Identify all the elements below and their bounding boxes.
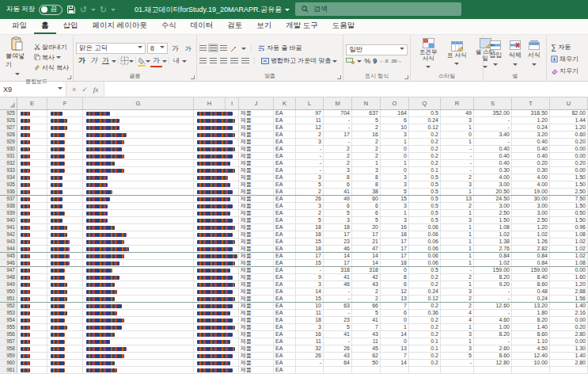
cell-M940[interactable]: 3 — [324, 217, 352, 223]
cell-K952[interactable]: EA — [274, 303, 296, 309]
cell-U933[interactable]: 0.00 — [550, 167, 588, 174]
cell-M956[interactable]: 41 — [324, 331, 352, 338]
cell-E956[interactable] — [17, 331, 47, 338]
column-header-I[interactable]: I — [226, 97, 239, 109]
cell-R946[interactable]: 1 — [441, 260, 474, 266]
cell-J940[interactable]: 제품 — [239, 217, 274, 223]
column-header-F[interactable]: F — [47, 97, 83, 109]
cell-Q935[interactable]: 0.5 — [409, 181, 441, 188]
cell-G954[interactable] — [83, 317, 194, 323]
cell-M927[interactable]: - — [324, 124, 352, 131]
cell-J929[interactable]: 제품 — [239, 139, 274, 145]
cell-E961[interactable] — [17, 367, 47, 373]
select-all-corner[interactable] — [0, 97, 17, 109]
cell-L932[interactable]: - — [296, 160, 324, 166]
cell-M935[interactable]: 6 — [324, 181, 352, 188]
cell-G930[interactable] — [83, 146, 194, 152]
cell-S961[interactable] — [474, 367, 512, 373]
cell-H931[interactable] — [194, 153, 226, 159]
cell-G933[interactable] — [83, 167, 194, 174]
cell-R925[interactable]: 49 — [441, 110, 474, 116]
cell-H925[interactable] — [194, 110, 226, 116]
cell-M952[interactable]: 63 — [324, 303, 352, 309]
cell-N938[interactable]: 6 — [352, 203, 381, 209]
cell-J931[interactable]: 제품 — [239, 153, 274, 159]
cell-F943[interactable] — [47, 239, 83, 245]
cell-F927[interactable] — [47, 124, 83, 131]
align-left-icon[interactable] — [199, 58, 207, 63]
cell-G939[interactable] — [83, 210, 194, 216]
cell-K930[interactable]: EA — [274, 146, 296, 152]
cell-N954[interactable]: 41 — [352, 317, 381, 323]
cell-H942[interactable] — [194, 231, 226, 238]
cell-R934[interactable]: 2 — [441, 174, 474, 181]
cell-G927[interactable] — [83, 124, 194, 131]
cell-L959[interactable]: 26 — [296, 353, 324, 359]
cell-T959[interactable]: 12.40 — [512, 353, 550, 359]
cell-R938[interactable]: 2 — [441, 203, 474, 209]
cell-U945[interactable]: 1.02 — [550, 253, 588, 259]
cell-F959[interactable] — [47, 353, 83, 359]
cell-T960[interactable]: 10.00 — [512, 360, 550, 366]
number-format-combo[interactable]: 일반 — [346, 44, 408, 55]
cell-L943[interactable]: 15 — [296, 239, 324, 245]
cell-T925[interactable]: 318.50 — [512, 110, 550, 116]
cell-L928[interactable]: 2 — [296, 132, 324, 138]
cell-S949[interactable]: 9.20 — [474, 281, 512, 288]
increase-decimal-button[interactable]: ←.0 — [379, 59, 388, 63]
cell-R928[interactable]: 0 — [441, 132, 474, 138]
cell-S952[interactable]: 12.60 — [474, 303, 512, 309]
insert-cells-button[interactable]: 삽입 — [486, 40, 505, 68]
cell-R953[interactable]: 4 — [441, 310, 474, 316]
cell-R932[interactable]: - — [441, 160, 474, 166]
cell-U925[interactable]: 82.00 — [550, 110, 588, 116]
cell-H939[interactable] — [194, 210, 226, 216]
clear-button[interactable]: 지우기 — [549, 66, 586, 76]
cell-K949[interactable]: EA — [274, 281, 296, 288]
cell-K926[interactable]: EA — [274, 117, 296, 124]
cell-H944[interactable] — [194, 246, 226, 252]
align-bottom-icon[interactable] — [220, 45, 227, 51]
row-header[interactable]: 955 — [0, 324, 17, 330]
cell-H953[interactable] — [194, 310, 226, 316]
cell-F950[interactable] — [47, 288, 83, 295]
cell-F937[interactable] — [47, 196, 83, 202]
cell-G943[interactable] — [83, 239, 194, 245]
cell-L929[interactable]: 3 — [296, 139, 324, 145]
cell-S945[interactable]: 0.84 — [474, 253, 512, 259]
cell-S944[interactable]: 2.76 — [474, 246, 512, 252]
cell-N932[interactable]: 1 — [352, 160, 381, 166]
cell-S938[interactable]: 3.00 — [474, 203, 512, 209]
row-header[interactable]: 930 — [0, 146, 17, 152]
cell-K960[interactable]: EA — [274, 360, 296, 366]
cell-T932[interactable]: 0.20 — [512, 160, 550, 166]
cell-H950[interactable] — [194, 288, 226, 295]
tab-page-layout[interactable]: 페이지 레이아웃 — [85, 19, 154, 34]
row-header[interactable]: 960 — [0, 360, 17, 366]
cell-K944[interactable]: EA — [274, 246, 296, 252]
cell-E936[interactable] — [17, 189, 47, 195]
cell-L949[interactable]: 3 — [296, 281, 324, 288]
cell-K932[interactable]: EA — [274, 160, 296, 166]
cell-U956[interactable]: 2.80 — [550, 331, 588, 338]
cell-M930[interactable]: 2 — [324, 146, 352, 152]
cell-N961[interactable] — [352, 367, 381, 373]
cell-U955[interactable]: 0.20 — [550, 324, 588, 330]
cell-G957[interactable] — [83, 338, 194, 345]
cell-H940[interactable] — [194, 217, 226, 223]
cell-T930[interactable]: 0.40 — [512, 146, 550, 152]
cell-S942[interactable]: 1.02 — [474, 231, 512, 238]
cell-Q929[interactable]: 0.2 — [409, 139, 441, 145]
cell-U958[interactable]: 1.30 — [550, 345, 588, 352]
cell-M946[interactable]: 17 — [324, 260, 352, 266]
redo-icon[interactable]: ↻ — [100, 5, 107, 15]
phonetic-button[interactable]: 내 — [171, 56, 182, 65]
cell-E944[interactable] — [17, 246, 47, 252]
cell-T955[interactable]: 1.40 — [512, 324, 550, 330]
undo-icon[interactable]: ↺ — [80, 5, 87, 15]
cell-G932[interactable] — [83, 160, 194, 166]
decrease-decimal-button[interactable]: .00→ — [390, 59, 401, 63]
row-header[interactable]: 949 — [0, 281, 17, 288]
cell-F935[interactable] — [47, 181, 83, 188]
cell-Q938[interactable]: 0.5 — [409, 203, 441, 209]
